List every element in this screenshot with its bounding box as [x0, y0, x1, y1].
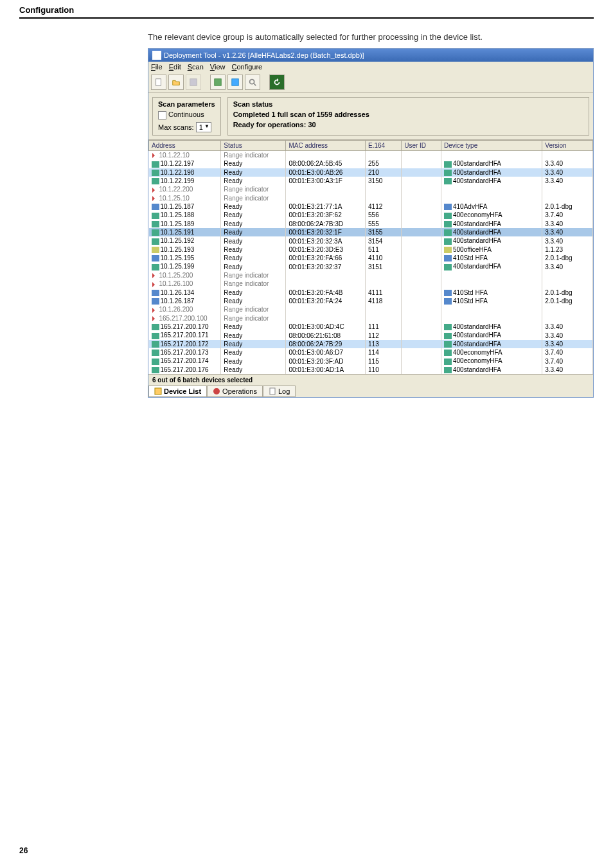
table-row[interactable]: 10.1.26.200Range indicator: [149, 305, 593, 314]
col-e-164[interactable]: E.164: [366, 140, 402, 150]
cell-address: 10.1.22.197: [161, 160, 195, 167]
table-row[interactable]: 10.1.25.187Ready00:01:E3:21:77:1A4112410…: [149, 202, 593, 211]
device-type-icon: [444, 229, 452, 236]
table-row[interactable]: 10.1.25.189Ready08:00:06:2A:7B:3D555400s…: [149, 220, 593, 228]
scan-button[interactable]: [210, 75, 226, 90]
table-row[interactable]: 10.1.25.199Ready00:01:E3:20:32:373151400…: [149, 262, 593, 270]
cell-version: 3.3.40: [542, 228, 593, 236]
range-arrow-icon: [152, 307, 158, 314]
cell-e164: 210: [366, 168, 402, 177]
cell-address: 165.217.200.174: [161, 357, 209, 364]
cell-status: Range indicator: [221, 314, 286, 323]
device-type-icon: [444, 221, 452, 227]
col-status[interactable]: Status: [221, 140, 286, 150]
cell-userid: [402, 262, 441, 270]
cell-version: 3.7.40: [542, 211, 593, 219]
cell-mac: [286, 279, 366, 288]
device-type-icon: [444, 298, 452, 305]
cell-status: Ready: [221, 357, 286, 365]
col-mac-address[interactable]: MAC address: [286, 140, 366, 150]
menu-edit[interactable]: Edit: [169, 63, 181, 71]
cell-status: Ready: [221, 168, 286, 177]
table-row[interactable]: 10.1.22.199Ready00:01:E3:00:A3:1F3150400…: [149, 177, 593, 185]
device-type-icon: [444, 359, 452, 365]
cell-address: 10.1.25.193: [161, 246, 195, 253]
continuous-checkbox[interactable]: Continuous: [158, 111, 215, 120]
table-row[interactable]: 165.217.200.176Ready00:01:E3:00:AD:1A110…: [149, 366, 593, 374]
table-row[interactable]: 10.1.22.197Ready08:00:06:2A:5B:45255400s…: [149, 159, 593, 168]
tab-log[interactable]: Log: [263, 385, 296, 397]
table-row[interactable]: 165.217.200.173Ready00:01:E3:00:A6:D7114…: [149, 348, 593, 357]
table-row[interactable]: 165.217.200.171Ready08:00:06:21:61:08112…: [149, 331, 593, 339]
max-scans-label: Max scans:: [158, 123, 194, 131]
table-row[interactable]: 10.1.22.200Range indicator: [149, 185, 593, 193]
cell-devtype: 400standardHFA: [453, 263, 501, 270]
table-row[interactable]: 10.1.26.187Ready00:01:E3:20:FA:244118410…: [149, 297, 593, 305]
tab-label: Operations: [222, 387, 257, 395]
menu-scan[interactable]: Scan: [188, 63, 204, 71]
device-type-icon: [444, 367, 452, 373]
table-row[interactable]: 10.1.25.200Range indicator: [149, 271, 593, 279]
cell-version: [542, 271, 593, 279]
table-row[interactable]: 165.217.200.174Ready00:01:E3:20:3F:AD115…: [149, 357, 593, 365]
tab-device-list[interactable]: Device List: [148, 385, 207, 397]
table-row[interactable]: 10.1.26.134Ready00:01:E3:20:FA:4B4111410…: [149, 288, 593, 297]
cell-e164: [366, 314, 402, 323]
cell-e164: 3154: [366, 236, 402, 245]
cell-address: 165.217.200.170: [161, 323, 209, 330]
refresh-button[interactable]: [269, 75, 285, 90]
cell-address: 165.217.200.171: [161, 332, 209, 339]
cell-e164: 255: [366, 159, 402, 168]
max-scans-select[interactable]: 1: [196, 122, 211, 132]
table-row[interactable]: 10.1.22.198Ready00:01:E3:00:AB:26210400s…: [149, 168, 593, 177]
tab-operations[interactable]: Operations: [207, 385, 263, 397]
cell-userid: [402, 254, 441, 262]
cell-version: 3.3.40: [542, 366, 593, 374]
table-row[interactable]: 10.1.22.10Range indicator: [149, 150, 593, 159]
device-table[interactable]: AddressStatusMAC addressE.164User IDDevi…: [148, 140, 593, 374]
scan-status-line2: Ready for operations: 30: [233, 121, 583, 128]
device-icon: [152, 247, 159, 253]
cell-devtype: 400standardHFA: [453, 366, 501, 373]
col-version[interactable]: Version: [542, 140, 593, 150]
table-row[interactable]: 165.217.200.170Ready00:01:E3:00:AD:4C111…: [149, 323, 593, 331]
table-row[interactable]: 165.217.200.172Ready08:00:06:2A:7B:29113…: [149, 340, 593, 348]
cell-address: 165.217.200.173: [161, 349, 209, 356]
cell-userid: [402, 236, 441, 245]
table-row[interactable]: 10.1.25.195Ready00:01:E3:20:FA:664110410…: [149, 254, 593, 262]
col-device-type[interactable]: Device type: [441, 140, 542, 150]
table-row[interactable]: 10.1.25.193Ready00:01:E3:20:3D:E3511500o…: [149, 245, 593, 254]
tab-icon: [269, 387, 276, 395]
cell-status: Ready: [221, 340, 286, 348]
cell-status: Ready: [221, 211, 286, 219]
cell-e164: 115: [366, 357, 402, 365]
table-row[interactable]: 10.1.25.188Ready00:01:E3:20:3F:62556400e…: [149, 211, 593, 219]
col-address[interactable]: Address: [149, 140, 221, 150]
cell-mac: [286, 150, 366, 159]
cell-userid: [402, 288, 441, 297]
config-button[interactable]: [227, 75, 243, 90]
menu-view[interactable]: View: [210, 63, 226, 71]
cell-devtype: 400standardHFA: [453, 220, 501, 227]
cell-version: 2.0.1-dbg: [542, 254, 593, 262]
table-row[interactable]: 10.1.26.100Range indicator: [149, 279, 593, 288]
open-button[interactable]: [168, 75, 184, 90]
cell-status: Range indicator: [221, 150, 286, 159]
cell-devtype: 400standardHFA: [453, 332, 501, 339]
cell-address: 165.217.200.172: [161, 341, 209, 348]
menu-file[interactable]: File: [151, 63, 163, 71]
table-row[interactable]: 10.1.25.191Ready00:01:E3:20:32:1F3155400…: [149, 228, 593, 236]
cell-mac: 00:01:E3:20:3F:62: [286, 211, 366, 219]
menu-configure[interactable]: Configure: [231, 63, 262, 71]
table-row[interactable]: 10.1.25.10Range indicator: [149, 194, 593, 202]
lookup-button[interactable]: [245, 75, 260, 90]
scan-params-panel: Scan parameters Continuous Max scans: 1: [152, 97, 221, 136]
table-row[interactable]: 10.1.25.192Ready00:01:E3:20:32:3A3154400…: [149, 236, 593, 245]
device-icon: [152, 213, 159, 219]
device-icon: [152, 341, 159, 348]
save-button[interactable]: [186, 75, 201, 90]
table-row[interactable]: 165.217.200.100Range indicator: [149, 314, 593, 323]
cell-version: 1.1.23: [542, 245, 593, 254]
col-user-id[interactable]: User ID: [402, 140, 441, 150]
new-button[interactable]: [151, 75, 166, 90]
